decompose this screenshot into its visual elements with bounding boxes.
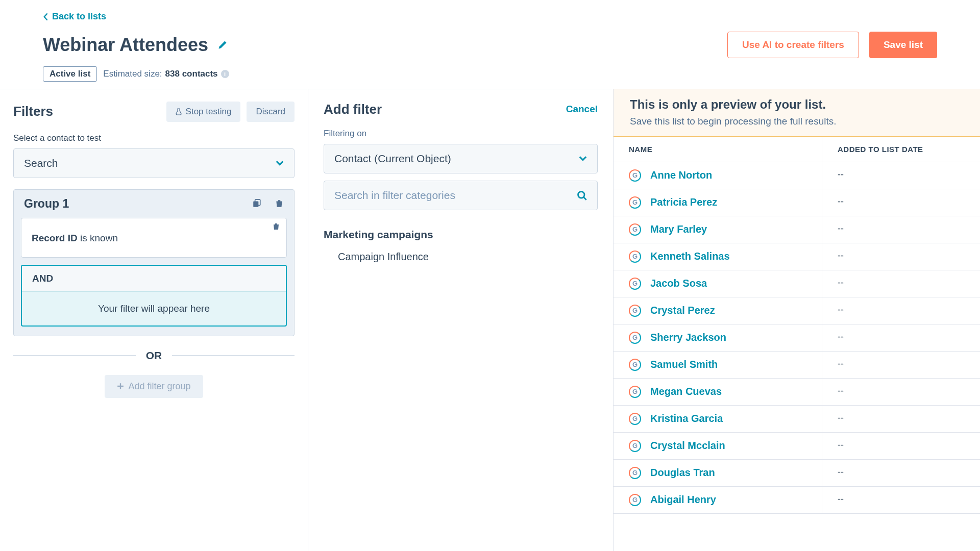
contact-name-link[interactable]: Kristina Garcia [650,413,723,424]
filter-category-search[interactable] [324,181,598,210]
avatar [629,467,641,479]
avatar [629,332,641,344]
add-filter-group-button[interactable]: Add filter group [105,375,203,398]
category-heading: Marketing campaigns [324,229,598,241]
avatar [629,413,641,425]
added-date-cell: -- [822,297,980,324]
contact-name-link[interactable]: Douglas Tran [650,467,715,479]
contact-name-link[interactable]: Sherry Jackson [650,332,726,343]
back-to-lists-link[interactable]: Back to lists [43,11,106,22]
contact-name-link[interactable]: Crystal Perez [650,305,715,316]
contact-name-link[interactable]: Jacob Sosa [650,278,707,289]
filtering-on-label: Filtering on [324,129,598,139]
discard-button[interactable]: Discard [247,102,295,122]
table-row[interactable]: Mary Farley -- [614,216,980,243]
added-date-cell: -- [822,352,980,378]
added-date-cell: -- [822,324,980,351]
list-type-badge: Active list [43,66,97,82]
select-contact-label: Select a contact to test [13,133,295,143]
added-date-cell: -- [822,162,980,189]
clone-group-icon[interactable] [252,199,261,208]
filter-group-1: Group 1 Record ID is know [13,189,295,336]
caret-down-icon [579,156,587,161]
added-date-cell: -- [822,379,980,405]
avatar [629,386,641,398]
avatar [629,196,641,209]
filters-heading: Filters [13,104,53,119]
filtering-object-select[interactable]: Contact (Current Object) [324,144,598,173]
avatar [629,169,641,182]
contact-name-link[interactable]: Patricia Perez [650,196,717,208]
contact-name-link[interactable]: Samuel Smith [650,359,718,370]
caret-down-icon [276,161,284,166]
add-filter-panel: Add filter Cancel Filtering on Contact (… [308,89,614,552]
added-date-cell: -- [822,460,980,486]
avatar [629,278,641,290]
table-row[interactable]: Crystal Mcclain -- [614,433,980,460]
contact-search-select[interactable]: Search [13,148,295,178]
added-date-cell: -- [822,216,980,243]
avatar [629,494,641,506]
table-row[interactable]: Douglas Tran -- [614,460,980,487]
or-divider: OR [13,349,295,362]
filter-search-input[interactable] [334,189,577,202]
avatar [629,305,641,317]
flask-icon [176,108,182,115]
cancel-link[interactable]: Cancel [566,104,598,115]
avatar [629,223,641,236]
contact-name-link[interactable]: Kenneth Salinas [650,251,730,262]
table-row[interactable]: Abigail Henry -- [614,487,980,514]
filter-rule-1[interactable]: Record ID is known [21,218,287,258]
add-filter-heading: Add filter [324,102,382,117]
banner-text: Save this list to begin processing the f… [630,116,964,127]
group-title: Group 1 [24,197,69,211]
preview-panel: This is only a preview of your list. Sav… [614,89,980,552]
and-filter-block: AND Your filter will appear here [21,265,287,327]
added-date-cell: -- [822,243,980,270]
page-title: Webinar Attendees [43,34,208,56]
added-date-cell: -- [822,270,980,297]
banner-title: This is only a preview of your list. [630,97,964,112]
table-row[interactable]: Patricia Perez -- [614,189,980,216]
page-header: Back to lists Webinar Attendees Use AI t… [0,0,980,89]
info-icon[interactable]: i [221,70,229,78]
avatar [629,359,641,371]
contact-name-link[interactable]: Megan Cuevas [650,386,722,397]
estimate-text: Estimated size: 838 contacts i [103,69,229,79]
preview-banner: This is only a preview of your list. Sav… [614,89,980,137]
table-row[interactable]: Kenneth Salinas -- [614,243,980,270]
contact-name-link[interactable]: Crystal Mcclain [650,440,725,452]
col-header-name: NAME [614,137,822,162]
table-row[interactable]: Crystal Perez -- [614,297,980,324]
table-row[interactable]: Kristina Garcia -- [614,406,980,433]
avatar [629,440,641,452]
ai-filters-button[interactable]: Use AI to create filters [727,32,859,58]
contact-name-link[interactable]: Abigail Henry [650,494,716,506]
table-row[interactable]: Anne Norton -- [614,162,980,189]
edit-title-icon[interactable] [217,40,228,50]
added-date-cell: -- [822,406,980,432]
category-item-campaign-influence[interactable]: Campaign Influence [324,241,598,263]
table-header: NAME ADDED TO LIST DATE [614,137,980,162]
save-list-button[interactable]: Save list [869,32,937,58]
col-header-date: ADDED TO LIST DATE [822,137,980,162]
delete-rule-icon[interactable] [272,222,280,231]
table-body: Anne Norton -- Patricia Perez -- Mary Fa… [614,162,980,552]
added-date-cell: -- [822,487,980,513]
table-row[interactable]: Sherry Jackson -- [614,324,980,352]
avatar [629,251,641,263]
contact-name-link[interactable]: Anne Norton [650,169,712,181]
added-date-cell: -- [822,433,980,459]
stop-testing-button[interactable]: Stop testing [166,102,241,122]
chevron-left-icon [43,13,48,20]
table-row[interactable]: Samuel Smith -- [614,352,980,379]
filter-placeholder-text: Your filter will appear here [22,292,286,325]
filters-panel: Filters Stop testing Discard Select a co… [0,89,308,552]
contact-name-link[interactable]: Mary Farley [650,223,707,235]
added-date-cell: -- [822,189,980,216]
table-row[interactable]: Megan Cuevas -- [614,379,980,406]
delete-group-icon[interactable] [275,199,284,208]
table-row[interactable]: Jacob Sosa -- [614,270,980,297]
back-link-label: Back to lists [52,11,106,22]
svg-point-2 [578,191,585,198]
